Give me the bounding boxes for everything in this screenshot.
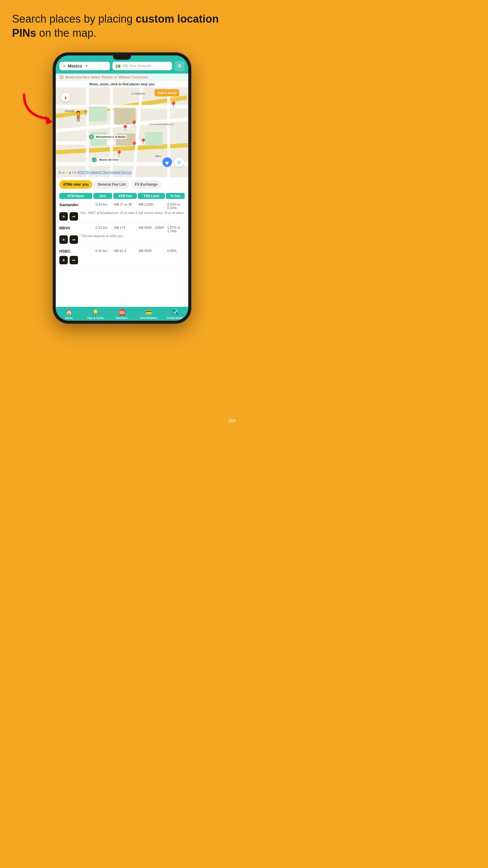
country-selector[interactable]: ✈ Mexico ▼ [59,62,110,70]
tips-label: Tips & Tricks [87,316,104,319]
phone-notch [113,56,131,60]
phone-device: ✈ Mexico ▼ 💵 M$ Your Amount ⚙ 🚫 Avo [53,53,191,324]
amount-field[interactable]: 💵 M$ Your Amount [112,62,172,70]
current-location-button[interactable]: ◎ [174,157,184,167]
atm-list: Santander 0.34 km M$ 27 or 36 M$ 11000 0… [56,200,188,307]
headline-text-normal: Search places by placing [12,13,135,25]
neighborhood-label-1: LA RIBERA [131,92,145,95]
santander-txn: M$ 11000 [139,203,166,206]
hsbc-icon-nav[interactable]: ➡ [70,256,78,264]
warning-icon: 🚫 [59,75,64,79]
visa-label: Visa Reviews [140,316,157,319]
street-label-2: Mina [155,155,161,158]
fee-warning-bar: 🚫 Avoid extra fees! Select 'Decline' or … [56,73,188,81]
chevrons-indicator: »» [228,415,235,425]
santander-dist: 0.34 km [96,203,113,206]
dropdown-arrow-icon: ▼ [85,64,88,67]
tabs-section: ATMs near you General Fee List FX Exchan… [56,177,188,192]
col-pct-fee: % Fee [166,193,185,199]
hsbc-pct: 0.85% [167,249,185,253]
hsbc-txn: M$ 9500 [139,249,166,253]
bbva-dist: 0.23 km [96,226,113,229]
atm-pin-2: 📍 [130,120,138,127]
atm-pin-6: 📍 [116,150,123,157]
hsbc-icon-star[interactable]: ★ [59,256,68,264]
nav-item-travel[interactable]: ✈️ Travel Smart [162,309,188,319]
bbva-icon-nav[interactable]: ➡ [70,236,78,244]
bbva-name: BBVA [59,226,94,230]
atm-pin-5: 📍 [130,141,138,148]
app-content: ✈ Mexico ▼ 💵 M$ Your Amount ⚙ 🚫 Avo [56,56,188,321]
atm-pin-link[interactable]: ATM PIN missing? See General Fee List [77,170,131,174]
city-block-5 [144,132,163,146]
map-instruction: Move, zoom, click to find places near yo… [56,81,188,87]
bottom-navigation: 🏠 Home 💡 Tips & Tricks 🆘 Numbers 💳 Visa … [56,307,188,321]
person-figure: 🧍❓ [72,110,88,122]
add-place-button[interactable]: Add a place [155,89,179,96]
travel-icon: ✈️ [172,309,178,316]
headline-section: Search places by placing custom location… [0,0,244,46]
atm-pin-3: 📍 [121,124,129,132]
hsbc-name: HSBC [59,249,94,253]
phone-screen: ✈ Mexico ▼ 💵 M$ Your Amount ⚙ 🚫 Avo [56,56,188,321]
amount-placeholder: M$ Your Amount [122,64,151,68]
bbva-note: TXN limit depends on ATM cash [80,234,185,238]
col-atm-fee: ATM Fee [113,193,137,199]
google-watermark: G o o g l e ATM PIN missing? See General… [59,170,131,174]
google-logo: G [59,170,61,174]
phone-container: ✈ Mexico ▼ 💵 M$ Your Amount ⚙ 🚫 Avo [0,53,244,324]
nav-item-visa[interactable]: 💳 Visa Reviews [135,309,162,319]
santander-icon-nav[interactable]: ➡ [70,212,78,221]
tab-fx-exchange[interactable]: FX Exchange [131,180,161,189]
bbva-fee: M$ 174 [114,226,137,229]
atm-pin-1: 📍 [169,101,177,109]
map-background: Move, zoom, click to find places near yo… [56,81,188,177]
nav-item-home[interactable]: 🏠 Home [56,309,82,319]
atm-row-hsbc[interactable]: HSBC 0.32 km M$ 81.2 M$ 9500 0.85% ★ ➡ [56,247,188,267]
location-icon: ◎ [177,159,181,165]
neighborhood-label-2: COLONIA BUENAVIST [149,123,174,126]
atm-row-santander[interactable]: Santander 0.34 km M$ 27 or 36 M$ 11000 0… [56,200,188,223]
tab-general-fee[interactable]: General Fee List [94,180,129,189]
city-block-1 [89,106,107,121]
bbva-icon-star[interactable]: ★ [59,236,68,244]
nav-item-numbers[interactable]: 🆘 Numbers [109,309,135,319]
place-marker-1: 👑 Monumento A la Madre [89,134,127,139]
numbers-label: Numbers [116,316,128,319]
tips-icon: 💡 [92,309,99,316]
settings-button[interactable]: ⚙ [174,61,185,71]
headline-text-end: on the map. [36,27,96,39]
visa-icon: 💳 [145,309,152,316]
warning-text: Avoid extra fees! Select 'Decline' or 'W… [65,75,148,79]
column-headers: ATM Name Dist ATM Fee TXN Limit % Fee [56,192,188,200]
nav-item-tips[interactable]: 💡 Tips & Tricks [82,309,109,319]
country-name: Mexico [68,64,82,68]
col-atm-name: ATM Name [59,193,92,199]
svg-marker-0 [45,116,53,125]
bbva-txn: M$ 9300 - 10000 [139,226,166,229]
map-area[interactable]: Move, zoom, click to find places near yo… [56,81,188,177]
tab-atms-near-you[interactable]: ATMs near you [59,180,92,189]
bbva-pct: 1.87% or 1.74% [167,226,185,233]
santander-icon-star[interactable]: ★ [59,212,68,221]
col-txn-limit: TXN Limit [138,193,164,199]
plane-icon: ✈ [62,64,66,68]
navigate-button[interactable]: ▶ [161,156,174,169]
hsbc-fee: M$ 81.2 [114,249,137,253]
santander-fee: M$ 27 or 36 [114,203,137,206]
place-marker-2: 🎭 Museo de Cera [92,157,120,162]
home-icon: 🏠 [66,309,72,316]
santander-pct: 0.25% or 0.33% [167,203,185,210]
road-v2 [110,87,113,177]
travel-label: Travel Smart [167,316,183,319]
home-label: Home [65,316,73,319]
atm-row-bbva[interactable]: BBVA 0.23 km M$ 174 M$ 9300 - 10000 1.87… [56,223,188,247]
atm-pin-4: 📍 [139,138,147,145]
santander-note: Fee - M$27 at hospitals/unis, 30 at mall… [80,211,185,215]
navigate-icon: ▶ [164,158,170,165]
money-icon: 💵 [116,64,121,68]
col-dist: Dist [93,193,112,199]
santander-name: Santander [59,203,94,207]
road-v1 [86,87,89,177]
red-arrow [18,92,66,128]
